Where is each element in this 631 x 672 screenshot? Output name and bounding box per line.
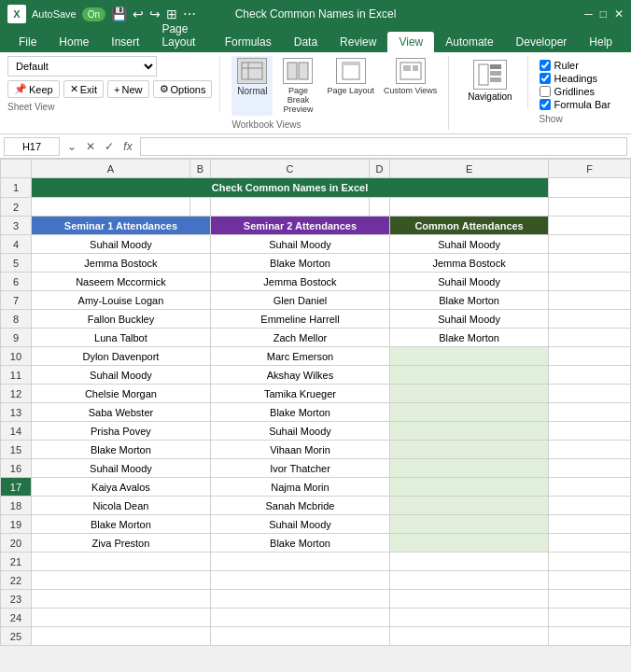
tab-help[interactable]: Help [578,32,624,52]
cell-e20[interactable] [390,534,549,553]
cell-a13[interactable]: Saba Webster [31,403,210,422]
tab-page-layout[interactable]: Page Layout [150,19,213,52]
custom-views-button[interactable]: Custom Views [380,56,441,116]
cell-e4[interactable]: Suhail Moody [390,235,549,254]
cancel-formula-btn[interactable]: ✕ [82,138,99,155]
headings-checkbox[interactable] [540,73,551,84]
cell-c13[interactable]: Blake Morton [210,403,389,422]
cell-a7[interactable]: Amy-Louise Logan [31,291,210,310]
cell-f3[interactable] [549,217,631,235]
close-icon[interactable]: ✕ [614,7,624,21]
cell-a20[interactable]: Ziva Preston [31,534,210,553]
seminar1-header[interactable]: Seminar 1 Attendances [31,217,210,235]
cell-a6[interactable]: Naseem Mccormick [31,273,210,291]
col-C[interactable]: C [210,160,369,178]
cell-c17[interactable]: Najma Morin [210,478,389,497]
cell-e8[interactable]: Suhail Moody [390,310,549,329]
cell-e14[interactable] [390,422,549,441]
options-button[interactable]: ⚙ Options [153,80,213,98]
insert-function-btn[interactable]: fx [119,138,136,155]
cell-c15[interactable]: Vihaan Morin [210,441,389,459]
cell-c4[interactable]: Suhail Moody [210,235,389,254]
cell-e9[interactable]: Blake Morton [390,329,549,347]
cell-ref-input[interactable] [4,137,60,156]
gridlines-checkbox[interactable] [540,86,551,97]
cell-a2[interactable] [31,198,189,217]
confirm-formula-btn[interactable]: ✓ [101,138,118,155]
tab-data[interactable]: Data [283,32,329,52]
cell-f2[interactable] [549,198,631,217]
tab-insert[interactable]: Insert [100,32,150,52]
cell-c11[interactable]: Akshay Wilkes [210,366,389,385]
cell-c6[interactable]: Jemma Bostock [210,273,389,291]
formula-input[interactable] [140,137,627,156]
save-icon[interactable]: 💾 [111,7,127,21]
tab-view[interactable]: View [387,32,434,52]
cell-a10[interactable]: Dylon Davenport [31,347,210,366]
cell-c18[interactable]: Sanah Mcbride [210,497,389,515]
cell-a18[interactable]: Nicola Dean [31,497,210,515]
cell-a19[interactable]: Blake Morton [31,515,210,534]
cell-a15[interactable]: Blake Morton [31,441,210,459]
cell-c8[interactable]: Emmeline Harrell [210,310,389,329]
cell-e6[interactable]: Suhail Moody [390,273,549,291]
sheet-view-dropdown[interactable]: Default [7,56,157,77]
cell-b2[interactable] [190,198,211,217]
cell-a12[interactable]: Chelsie Morgan [31,385,210,403]
tab-developer[interactable]: Developer [505,32,579,52]
cell-c2[interactable] [210,198,369,217]
cell-e17[interactable] [390,478,549,497]
cell-e2[interactable] [390,198,549,217]
cell-e7[interactable]: Blake Morton [390,291,549,310]
cell-c12[interactable]: Tamika Krueger [210,385,389,403]
undo-icon[interactable]: ↩ [133,7,144,21]
cell-e19[interactable] [390,515,549,534]
cell-c20[interactable]: Blake Morton [210,534,389,553]
formula-bar-checkbox[interactable] [540,99,551,110]
tab-review[interactable]: Review [329,32,387,52]
cell-e13[interactable] [390,403,549,422]
cell-c9[interactable]: Zach Mellor [210,329,389,347]
exit-button[interactable]: ✕ Exit [63,80,104,98]
common-header[interactable]: Common Attendances [390,217,549,235]
col-F[interactable]: F [549,160,631,178]
cell-c5[interactable]: Blake Morton [210,254,389,273]
cell-a8[interactable]: Fallon Buckley [31,310,210,329]
cell-c7[interactable]: Glen Daniel [210,291,389,310]
cell-e15[interactable] [390,441,549,459]
col-A[interactable]: A [31,160,189,178]
tab-automate[interactable]: Automate [434,32,504,52]
page-break-preview-button[interactable]: Page Break Preview [274,56,321,116]
cell-a4[interactable]: Suhail Moody [31,235,210,254]
cell-f1[interactable] [549,178,631,198]
tab-file[interactable]: File [7,32,48,52]
cell-e10[interactable] [390,347,549,366]
cell-e5[interactable]: Jemma Bostock [390,254,549,273]
cell-a16[interactable]: Suhail Moody [31,459,210,478]
navigation-button[interactable]: Navigation [460,56,519,105]
cell-e11[interactable] [390,366,549,385]
tab-formulas[interactable]: Formulas [214,32,283,52]
page-layout-button[interactable]: Page Layout [323,56,378,116]
col-E[interactable]: E [390,160,549,178]
cell-a17[interactable]: Kaiya Avalos [31,478,210,497]
cell-c10[interactable]: Marc Emerson [210,347,389,366]
expand-formula-btn[interactable]: ⌄ [63,138,80,155]
col-D[interactable]: D [370,160,390,178]
cell-a14[interactable]: Prisha Povey [31,422,210,441]
cell-e12[interactable] [390,385,549,403]
cell-c14[interactable]: Suhail Moody [210,422,389,441]
cell-c19[interactable]: Suhail Moody [210,515,389,534]
title-cell[interactable]: Check Common Names in Excel [31,178,548,198]
cell-d2[interactable] [370,198,390,217]
normal-view-button[interactable]: Normal [231,56,273,116]
maximize-icon[interactable]: □ [600,7,607,21]
cell-a9[interactable]: Luna Talbot [31,329,210,347]
ruler-checkbox[interactable] [540,60,551,71]
keep-button[interactable]: 📌 Keep [7,80,60,98]
cell-e16[interactable] [390,459,549,478]
seminar2-header[interactable]: Seminar 2 Attendances [210,217,389,235]
tab-home[interactable]: Home [48,32,100,52]
minimize-icon[interactable]: ─ [584,7,593,21]
new-button[interactable]: + New [107,80,148,98]
